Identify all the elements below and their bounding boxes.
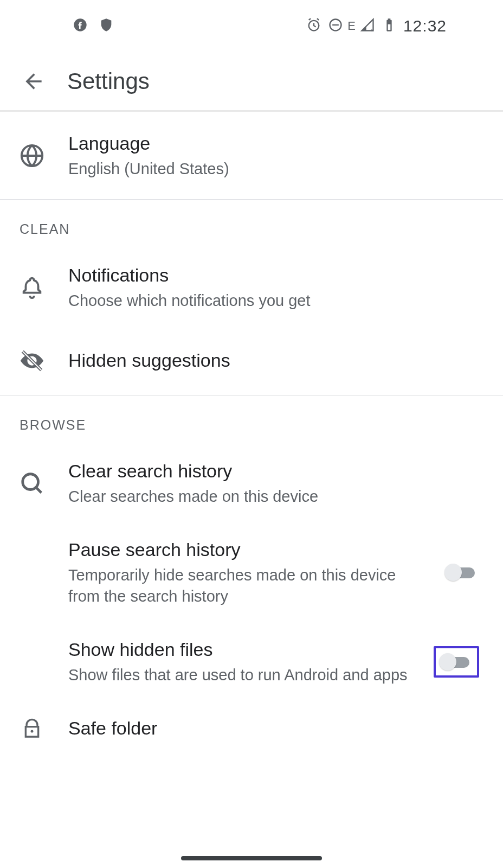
highlight-box	[434, 646, 479, 678]
pause-search-history-row[interactable]: Pause search history Temporarily hide se…	[0, 522, 503, 622]
spacer	[20, 649, 44, 674]
search-icon	[20, 471, 44, 496]
notifications-sub: Choose which notifications you get	[68, 290, 483, 311]
network-type-indicator: E	[347, 19, 356, 33]
hidden-suggestions-title: Hidden suggestions	[68, 348, 483, 373]
eye-off-icon	[20, 348, 44, 373]
battery-icon	[382, 17, 397, 35]
hidden-suggestions-row[interactable]: Hidden suggestions	[0, 327, 503, 395]
show-hidden-files-row[interactable]: Show hidden files Show files that are us…	[0, 622, 503, 701]
notifications-title: Notifications	[68, 263, 483, 288]
show-hidden-title: Show hidden files	[68, 637, 410, 662]
status-bar: E × 12:32	[0, 0, 503, 52]
language-row[interactable]: Language English (United States)	[0, 112, 503, 199]
signal-icon: ×	[360, 17, 375, 35]
svg-text:×: ×	[371, 28, 373, 33]
pause-search-toggle[interactable]	[444, 562, 479, 583]
shield-icon	[99, 17, 114, 35]
language-value: English (United States)	[68, 158, 483, 180]
pause-search-title: Pause search history	[68, 538, 421, 563]
clear-search-sub: Clear searches made on this device	[68, 486, 483, 507]
clear-search-history-row[interactable]: Clear search history Clear searches made…	[0, 444, 503, 522]
show-hidden-sub: Show files that are used to run Android …	[68, 665, 410, 686]
status-time: 12:32	[403, 17, 447, 35]
show-hidden-files-toggle[interactable]	[439, 652, 474, 672]
facebook-icon	[73, 17, 88, 35]
lock-icon	[20, 716, 44, 741]
section-header-browse: BROWSE	[0, 395, 503, 444]
alarm-icon	[306, 17, 321, 35]
svg-point-6	[31, 730, 34, 733]
back-button[interactable]	[22, 69, 46, 93]
pause-search-sub: Temporarily hide searches made on this d…	[68, 565, 421, 607]
safe-folder-row[interactable]: Safe folder	[0, 701, 503, 756]
page-title: Settings	[67, 68, 150, 94]
language-title: Language	[68, 131, 483, 156]
globe-icon	[20, 143, 44, 168]
bell-icon	[20, 275, 44, 300]
clear-search-title: Clear search history	[68, 459, 483, 484]
safe-folder-title: Safe folder	[68, 716, 483, 741]
app-bar: Settings	[0, 52, 503, 112]
gesture-bar[interactable]	[181, 856, 322, 860]
section-header-clean: CLEAN	[0, 200, 503, 248]
notifications-row[interactable]: Notifications Choose which notifications…	[0, 248, 503, 327]
spacer	[20, 560, 44, 585]
do-not-disturb-icon	[328, 17, 343, 35]
